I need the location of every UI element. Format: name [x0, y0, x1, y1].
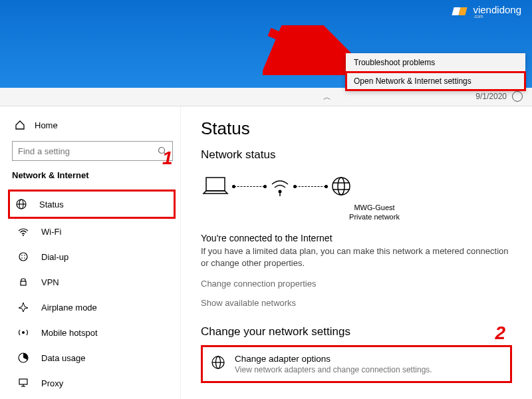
sidebar: Home Network & Internet Status Wi-Fi Dia…: [0, 106, 181, 399]
nav-label: Data usage: [41, 353, 86, 363]
wifi-router-icon: [269, 175, 291, 198]
menu-item-open-network-settings[interactable]: Open Network & Internet settings: [346, 72, 525, 90]
sidebar-item-proxy[interactable]: Proxy: [12, 370, 174, 396]
logo: viendidong .com: [453, 4, 521, 19]
sidebar-home[interactable]: Home: [12, 116, 174, 134]
search-input[interactable]: [12, 141, 173, 161]
nav-label: VPN: [41, 277, 59, 287]
network-name: MWG-Guest: [237, 203, 512, 212]
svg-point-14: [22, 331, 25, 334]
laptop-icon: [201, 175, 230, 198]
option-title: Change adapter options: [235, 354, 432, 364]
sidebar-item-dialup[interactable]: Dial-up: [12, 244, 174, 269]
network-type: Private network: [237, 212, 512, 221]
svg-point-7: [23, 235, 24, 236]
topbar: ︿ 9/1/2020: [0, 88, 532, 106]
sidebar-item-hotspot[interactable]: Mobile hotspot: [12, 320, 174, 345]
globe-icon: [330, 175, 352, 198]
svg-point-23: [338, 178, 344, 195]
proxy-icon: [17, 377, 29, 389]
network-diagram: [201, 175, 512, 198]
nav-label: Mobile hotspot: [41, 328, 98, 338]
data-usage-icon: [17, 352, 29, 364]
hotspot-icon: [17, 327, 29, 338]
connection-line-icon: [295, 186, 326, 187]
sidebar-item-airplane[interactable]: Airplane mode: [12, 295, 174, 320]
wifi-icon: [17, 225, 29, 237]
home-label: Home: [35, 120, 58, 130]
connection-line-icon: [234, 186, 265, 187]
context-menu: Troubleshoot problems Open Network & Int…: [346, 53, 525, 90]
menu-item-troubleshoot[interactable]: Troubleshoot problems: [346, 53, 525, 72]
link-show-networks[interactable]: Show available networks: [201, 298, 512, 308]
airplane-icon: [17, 301, 29, 313]
logo-mark-icon: [453, 5, 469, 17]
nav-label: Proxy: [41, 378, 63, 388]
connected-body: If you have a limited data plan, you can…: [201, 245, 512, 269]
page-title: Status: [201, 118, 512, 139]
connected-heading: You're connected to the Internet: [201, 233, 512, 243]
change-settings-heading: Change your network settings: [201, 325, 512, 338]
date-text: 9/1/2020: [475, 92, 507, 101]
network-label: MWG-Guest Private network: [237, 203, 512, 222]
option-sub: View network adapters and change connect…: [235, 365, 432, 374]
sidebar-section-title: Network & Internet: [12, 170, 174, 180]
svg-point-2: [159, 148, 165, 154]
svg-point-9: [21, 255, 23, 256]
link-change-properties[interactable]: Change connection properties: [201, 279, 512, 289]
status-icon: [15, 198, 27, 210]
vpn-icon: [17, 276, 29, 288]
option-change-adapter[interactable]: Change adapter options View network adap…: [201, 345, 512, 383]
nav-label: Airplane mode: [41, 303, 97, 313]
svg-rect-19: [206, 178, 225, 191]
content: Status Network status MWG-Guest Private …: [181, 106, 532, 399]
adapter-icon: [211, 355, 225, 372]
svg-point-8: [19, 253, 27, 261]
home-icon: [15, 120, 25, 130]
svg-point-11: [21, 257, 23, 259]
svg-point-20: [279, 190, 282, 194]
dialup-icon: [17, 251, 29, 263]
svg-point-22: [332, 178, 350, 195]
svg-line-3: [164, 153, 167, 156]
nav-label: Wi-Fi: [41, 227, 61, 237]
search-field[interactable]: [18, 146, 158, 156]
svg-point-10: [24, 255, 25, 256]
sidebar-item-status[interactable]: Status: [8, 190, 176, 219]
sidebar-item-vpn[interactable]: VPN: [12, 269, 174, 295]
search-icon: [158, 146, 167, 156]
nav-label: Status: [39, 200, 64, 209]
svg-point-12: [24, 257, 25, 259]
svg-rect-13: [21, 281, 26, 285]
svg-rect-16: [19, 379, 27, 384]
subtitle: Network status: [201, 148, 512, 162]
nav-label: Dial-up: [41, 252, 68, 262]
sidebar-item-wifi[interactable]: Wi-Fi: [12, 219, 174, 244]
svg-line-1: [269, 32, 349, 65]
main: Home Network & Internet Status Wi-Fi Dia…: [0, 106, 532, 399]
chevron-up-icon[interactable]: ︿: [323, 92, 331, 103]
clock-icon[interactable]: [512, 91, 523, 102]
sidebar-item-data-usage[interactable]: Data usage: [12, 345, 174, 370]
